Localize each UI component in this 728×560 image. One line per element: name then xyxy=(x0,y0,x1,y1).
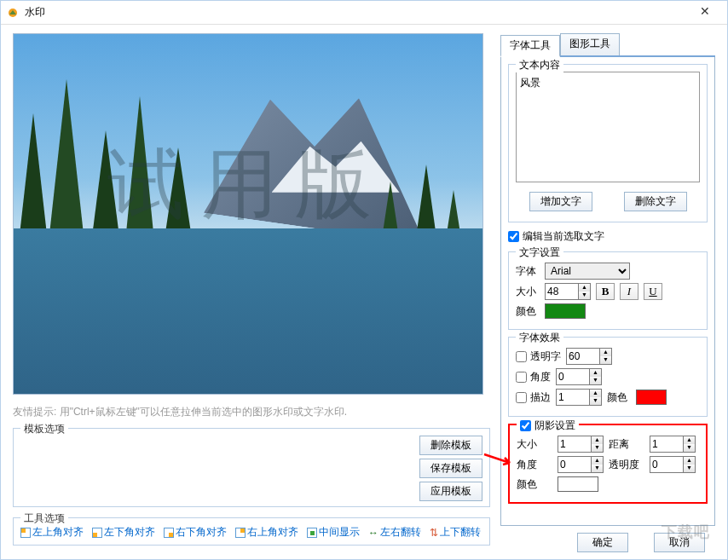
font-effects-group: 字体效果 透明字 ▲▼ 角度 ▲▼ 描边 ▲▼ 颜色 xyxy=(508,337,708,417)
text-content-group: 文本内容 风景 增加文字 删除文字 xyxy=(508,64,708,222)
align-bottom-left[interactable]: 左下角对齐 xyxy=(92,525,155,540)
angle-spinner[interactable]: ▲▼ xyxy=(590,368,602,385)
stroke-spinner[interactable]: ▲▼ xyxy=(590,389,602,406)
transparent-spinner[interactable]: ▲▼ xyxy=(600,348,612,365)
text-content-label: 文本内容 xyxy=(516,58,563,72)
flip-v-icon: ⇅ xyxy=(430,527,438,539)
shadow-distance-input[interactable] xyxy=(650,436,684,453)
shadow-angle-input[interactable] xyxy=(558,456,592,473)
edit-selected-checkbox[interactable]: 编辑当前选取文字 xyxy=(508,229,604,244)
save-template-button[interactable]: 保存模板 xyxy=(419,459,482,478)
transparent-checkbox[interactable]: 透明字 xyxy=(516,349,561,364)
font-family-select[interactable]: Arial xyxy=(545,263,630,280)
content-area: 试用版 友情提示: 用"Ctrl+鼠标左键"可以任意拉伸当前选中的图形水印或文字… xyxy=(1,25,727,559)
preview-image[interactable]: 试用版 xyxy=(13,33,483,395)
shadow-color-picker[interactable] xyxy=(558,476,598,492)
app-icon xyxy=(6,6,20,20)
font-effects-label: 字体效果 xyxy=(516,331,563,345)
align-tl-icon xyxy=(20,528,31,538)
window-title: 水印 xyxy=(25,5,688,20)
right-pane: 字体工具 图形工具 文本内容 风景 增加文字 删除文字 编辑当前选取文字 xyxy=(497,25,727,559)
tab-shape-tools[interactable]: 图形工具 xyxy=(560,33,620,55)
shadow-size-label: 大小 xyxy=(517,437,552,452)
shadow-angle-label: 角度 xyxy=(517,458,552,472)
font-size-input[interactable] xyxy=(545,283,579,300)
watermark-dialog: 水印 ✕ 试用版 友情提示 xyxy=(0,0,728,560)
tool-section: 工具选项 左上角对齐 左下角对齐 右下角对齐 右上角对齐 中间显示 ↔左右翻转 … xyxy=(13,517,490,546)
flip-vertical[interactable]: ⇅上下翻转 xyxy=(430,525,481,540)
font-color-label: 颜色 xyxy=(516,304,540,319)
shadow-enable-checkbox[interactable]: 阴影设置 xyxy=(520,419,575,433)
font-settings-group: 文字设置 字体 Arial 大小 ▲▼ B I U xyxy=(508,251,708,330)
shadow-opacity-spinner[interactable]: ▲▼ xyxy=(684,456,696,473)
left-pane: 试用版 友情提示: 用"Ctrl+鼠标左键"可以任意拉伸当前选中的图形水印或文字… xyxy=(1,25,497,559)
angle-checkbox[interactable]: 角度 xyxy=(516,370,551,384)
tab-bar: 字体工具 图形工具 xyxy=(500,33,715,57)
font-label: 字体 xyxy=(516,264,540,279)
stroke-color-label: 颜色 xyxy=(607,390,631,405)
align-top-right[interactable]: 右上角对齐 xyxy=(235,525,298,540)
align-tr-icon xyxy=(235,528,246,538)
align-center[interactable]: 中间显示 xyxy=(307,525,360,540)
watermark-text-input[interactable]: 风景 xyxy=(516,72,700,182)
align-br-icon xyxy=(164,528,174,538)
tab-font-tools[interactable]: 字体工具 xyxy=(500,35,560,57)
delete-template-button[interactable]: 删除模板 xyxy=(419,436,482,455)
underline-button[interactable]: U xyxy=(644,283,662,300)
tool-legend: 工具选项 xyxy=(20,511,68,526)
shadow-angle-spinner[interactable]: ▲▼ xyxy=(592,456,604,473)
edit-selected-input[interactable] xyxy=(508,231,519,242)
shadow-size-spinner[interactable]: ▲▼ xyxy=(592,436,604,453)
apply-template-button[interactable]: 应用模板 xyxy=(419,482,482,501)
tab-body: 文本内容 风景 增加文字 删除文字 编辑当前选取文字 文字设置 字体 Arial xyxy=(500,57,715,526)
angle-value[interactable] xyxy=(556,368,590,385)
align-bl-icon xyxy=(92,528,102,538)
shadow-legend: 阴影设置 xyxy=(517,419,579,434)
font-color-picker[interactable] xyxy=(545,303,586,319)
close-button[interactable]: ✕ xyxy=(688,4,722,21)
size-label: 大小 xyxy=(516,285,540,299)
shadow-opacity-input[interactable] xyxy=(650,456,684,473)
align-bottom-right[interactable]: 右下角对齐 xyxy=(164,525,227,540)
add-text-button[interactable]: 增加文字 xyxy=(529,192,592,211)
align-mid-icon xyxy=(307,528,317,538)
shadow-opacity-label: 透明度 xyxy=(609,458,644,472)
shadow-distance-spinner[interactable]: ▲▼ xyxy=(684,436,696,453)
stroke-color-picker[interactable] xyxy=(636,390,667,405)
align-top-left[interactable]: 左上角对齐 xyxy=(20,525,84,540)
bold-button[interactable]: B xyxy=(596,283,615,300)
shadow-settings-group: 阴影设置 大小 ▲▼ 距离 ▲▼ 角度 ▲▼ 透明度 ▲▼ 颜色 xyxy=(508,424,708,504)
ok-button[interactable]: 确定 xyxy=(577,533,628,552)
transparent-value[interactable] xyxy=(566,348,600,365)
font-size-spinner[interactable]: ▲▼ xyxy=(579,283,591,300)
italic-button[interactable]: I xyxy=(620,283,638,300)
template-section: 模板选项 删除模板 保存模板 应用模板 xyxy=(13,428,490,507)
watermark-sample-text: 试用版 xyxy=(107,133,389,237)
font-settings-label: 文字设置 xyxy=(516,245,563,260)
shadow-size-input[interactable] xyxy=(558,436,592,453)
titlebar: 水印 ✕ xyxy=(1,1,727,25)
site-watermark: 下载吧 xyxy=(656,520,715,544)
delete-text-button[interactable]: 删除文字 xyxy=(624,192,687,211)
template-legend: 模板选项 xyxy=(20,422,68,436)
shadow-color-label: 颜色 xyxy=(517,477,552,492)
stroke-checkbox[interactable]: 描边 xyxy=(516,390,551,405)
shadow-distance-label: 距离 xyxy=(609,437,644,452)
stroke-value[interactable] xyxy=(556,389,590,406)
flip-h-icon: ↔ xyxy=(368,527,378,539)
hint-text: 友情提示: 用"Ctrl+鼠标左键"可以任意拉伸当前选中的图形水印或文字水印. xyxy=(13,405,490,419)
flip-horizontal[interactable]: ↔左右翻转 xyxy=(368,525,421,540)
